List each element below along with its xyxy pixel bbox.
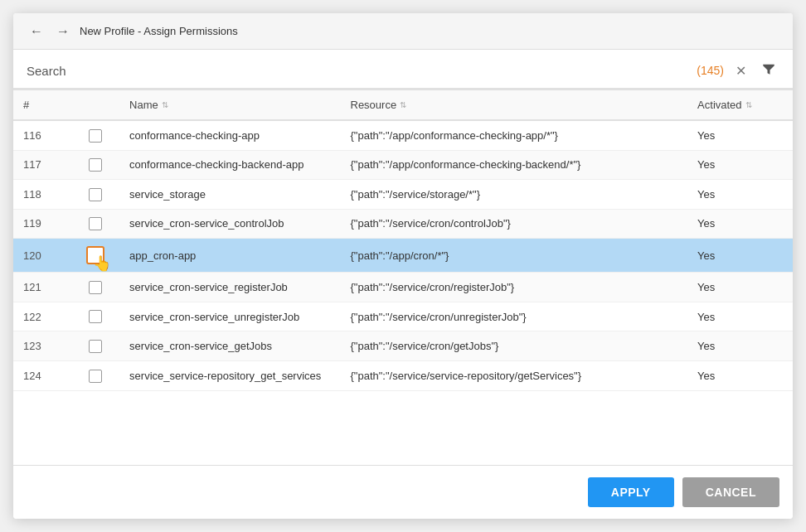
cell-num: 116 — [13, 120, 71, 150]
checkbox-unchecked[interactable] — [89, 129, 102, 143]
col-header-check — [71, 90, 119, 121]
modal-body: Search (145) ✕ # — [13, 50, 793, 465]
search-bar: Search (145) ✕ — [13, 50, 793, 89]
cell-resource: {"path":"/app/conformance-checking-app/*… — [341, 120, 688, 150]
resource-sort-icon: ⇅ — [400, 100, 406, 109]
cell-num: 117 — [13, 150, 71, 180]
checkbox-unchecked[interactable] — [89, 281, 102, 294]
cell-resource: {"path":"/service/service-repository/get… — [341, 360, 688, 390]
col-header-resource[interactable]: Resource ⇅ — [341, 90, 688, 121]
modal-footer: APPLY CANCEL — [13, 465, 793, 519]
search-controls: (145) ✕ — [697, 60, 779, 81]
table-header-row: # Name ⇅ Resource ⇅ — [13, 90, 793, 121]
cell-name: service_cron-service_getJobs — [119, 331, 340, 361]
cell-activated: Yes — [687, 239, 793, 273]
cell-resource: {"path":"/service/cron/registerJob"} — [341, 273, 688, 302]
cell-num: 120 — [13, 239, 71, 273]
cancel-button[interactable]: CANCEL — [682, 477, 779, 507]
checkbox-selected[interactable]: 👆 — [86, 246, 104, 264]
table-container: # Name ⇅ Resource ⇅ — [13, 89, 793, 465]
cell-name: conformance-checking-backend-app — [119, 150, 340, 180]
table-row[interactable]: 117conformance-checking-backend-app{"pat… — [13, 150, 793, 180]
cell-resource: {"path":"/app/conformance-checking-backe… — [341, 150, 688, 180]
cell-activated: Yes — [687, 180, 793, 210]
filter-icon[interactable] — [758, 60, 779, 81]
cell-checkbox[interactable] — [71, 150, 119, 180]
col-header-name[interactable]: Name ⇅ — [119, 90, 340, 121]
cell-resource: {"path":"/service/cron/getJobs"} — [341, 331, 688, 361]
cell-resource: {"path":"/service/storage/*"} — [341, 180, 688, 210]
table-row[interactable]: 116conformance-checking-app{"path":"/app… — [13, 120, 793, 150]
cell-num: 118 — [13, 180, 71, 210]
permissions-table: # Name ⇅ Resource ⇅ — [13, 89, 793, 391]
table-row[interactable]: 119service_cron-service_controlJob{"path… — [13, 209, 793, 239]
cell-resource: {"path":"/service/cron/unregisterJob"} — [341, 302, 688, 331]
cell-checkbox[interactable] — [71, 209, 119, 239]
cell-checkbox[interactable]: 👆 — [71, 239, 119, 273]
cell-activated: Yes — [687, 360, 793, 390]
cell-activated: Yes — [687, 150, 793, 180]
result-count: (145) — [697, 64, 724, 77]
cell-checkbox[interactable] — [71, 120, 119, 150]
table-row[interactable]: 121service_cron-service_registerJob{"pat… — [13, 273, 793, 302]
cell-checkbox[interactable] — [71, 302, 119, 331]
modal-header: ← → New Profile - Assign Permissions — [13, 13, 793, 50]
cell-name: service_cron-service_unregisterJob — [119, 302, 340, 331]
col-header-num: # — [13, 90, 71, 121]
back-arrow-icon[interactable]: ← — [27, 22, 46, 41]
table-row[interactable]: 120 👆 app_cron-app{"path":"/app/cron/*"}… — [13, 239, 793, 273]
cell-resource: {"path":"/service/cron/controlJob"} — [341, 209, 688, 239]
cell-activated: Yes — [687, 273, 793, 302]
checkbox-unchecked[interactable] — [89, 340, 102, 353]
table-row[interactable]: 124service_service-repository_get_servic… — [13, 360, 793, 390]
cell-activated: Yes — [687, 331, 793, 361]
cell-checkbox[interactable] — [71, 331, 119, 361]
cell-name: app_cron-app — [119, 239, 340, 273]
clear-search-icon[interactable]: ✕ — [732, 61, 750, 80]
checkbox-unchecked[interactable] — [89, 188, 102, 201]
table-row[interactable]: 118service_storage{"path":"/service/stor… — [13, 180, 793, 210]
checkbox-unchecked[interactable] — [89, 217, 102, 230]
col-header-activated[interactable]: Activated ⇅ — [687, 90, 793, 121]
activated-sort-icon: ⇅ — [745, 100, 752, 109]
cell-activated: Yes — [687, 120, 793, 150]
cell-name: service_cron-service_controlJob — [119, 209, 340, 239]
name-sort-icon: ⇅ — [162, 100, 168, 109]
checkbox-unchecked[interactable] — [89, 310, 102, 323]
cell-num: 119 — [13, 209, 71, 239]
cell-name: service_cron-service_registerJob — [119, 273, 340, 302]
apply-button[interactable]: APPLY — [588, 477, 674, 507]
cell-name: service_service-repository_get_services — [119, 360, 340, 390]
checkbox-unchecked[interactable] — [89, 370, 102, 383]
cell-resource: {"path":"/app/cron/*"} — [341, 239, 688, 273]
cell-num: 123 — [13, 331, 71, 361]
table-row[interactable]: 122service_cron-service_unregisterJob{"p… — [13, 302, 793, 331]
cell-num: 124 — [13, 360, 71, 390]
cell-num: 121 — [13, 273, 71, 302]
forward-arrow-icon[interactable]: → — [53, 22, 73, 41]
cell-checkbox[interactable] — [71, 180, 119, 210]
cell-name: service_storage — [119, 180, 340, 210]
cell-num: 122 — [13, 302, 71, 331]
table-row[interactable]: 123service_cron-service_getJobs{"path":"… — [13, 331, 793, 361]
cell-activated: Yes — [687, 302, 793, 331]
cell-checkbox[interactable] — [71, 360, 119, 390]
cell-activated: Yes — [687, 209, 793, 239]
checkbox-unchecked[interactable] — [89, 158, 102, 172]
breadcrumb: New Profile - Assign Permissions — [80, 25, 238, 37]
modal-container: ← → New Profile - Assign Permissions Sea… — [13, 13, 793, 519]
cell-name: conformance-checking-app — [119, 120, 340, 150]
cell-checkbox[interactable] — [71, 273, 119, 302]
search-label: Search — [27, 64, 66, 78]
